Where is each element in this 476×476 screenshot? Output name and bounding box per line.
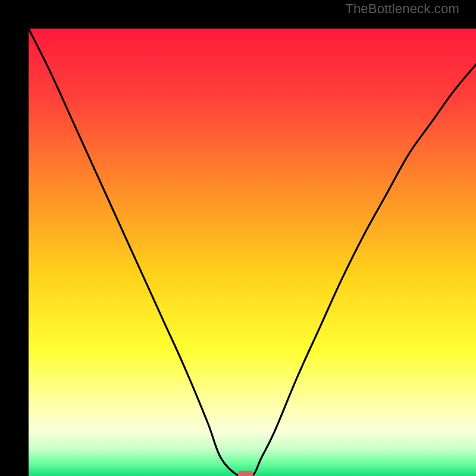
plot-area <box>29 29 476 476</box>
chart-frame <box>0 0 476 476</box>
bottleneck-chart <box>29 29 476 476</box>
gradient-background <box>29 29 476 476</box>
watermark-text: TheBottleneck.com <box>345 1 459 17</box>
optimal-point-marker <box>238 471 253 476</box>
